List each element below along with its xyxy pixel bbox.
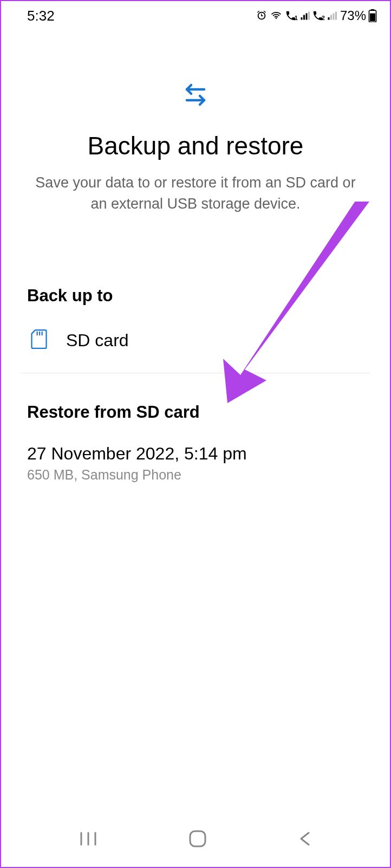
battery-percent: 73% [340,8,366,23]
nav-back-button[interactable] [298,831,312,849]
alarm-icon [256,10,268,22]
page-title: Backup and restore [23,131,368,160]
nav-recents-button[interactable] [79,831,97,848]
section-divider [21,373,370,373]
backup-section-title: Back up to [27,286,364,306]
status-icons-right: 1 2 73% [256,8,377,23]
signal2-icon [327,11,337,21]
restore-item-subtitle: 650 MB, Samsung Phone [27,467,364,483]
status-time: 5:32 [27,8,55,24]
signal1-icon [300,11,310,21]
page-header: Backup and restore Save your data to or … [1,28,390,236]
restore-item-title: 27 November 2022, 5:14 pm [27,444,364,464]
svg-rect-2 [370,14,375,22]
sd-card-icon [30,329,48,351]
svg-rect-9 [190,831,205,846]
restore-section-title: Restore from SD card [27,403,364,422]
nav-home-button[interactable] [188,830,207,850]
transfer-arrows-icon [183,82,208,109]
backup-sdcard-option[interactable]: SD card [27,325,364,373]
navigation-bar [1,819,390,867]
phone2-icon: 2 [312,10,325,22]
phone1-icon: 1 [285,10,298,22]
backup-section: Back up to SD card [1,286,390,373]
status-bar: 5:32 1 2 73% [1,1,390,28]
battery-icon [368,9,377,22]
backup-option-label: SD card [66,331,129,351]
wifi-icon [270,10,283,22]
restore-backup-item[interactable]: 27 November 2022, 5:14 pm 650 MB, Samsun… [27,444,364,494]
page-subtitle: Save your data to or restore it from an … [23,172,368,215]
restore-section: Restore from SD card 27 November 2022, 5… [1,403,390,494]
